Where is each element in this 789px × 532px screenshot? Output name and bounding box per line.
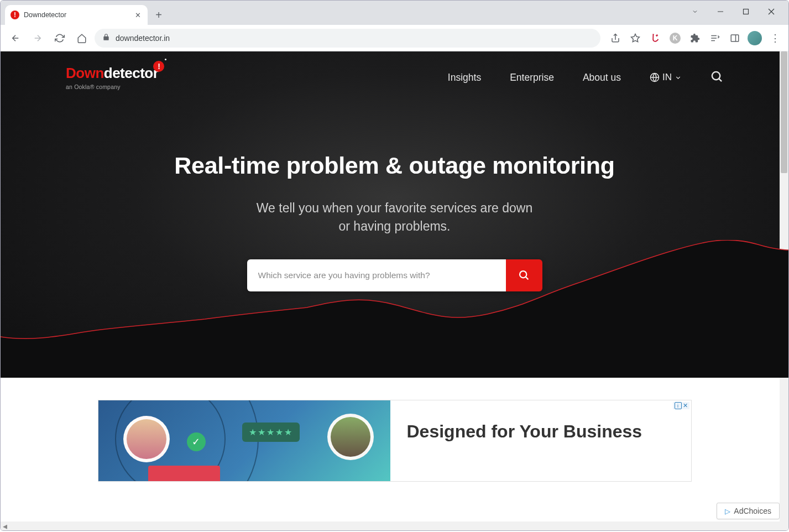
back-button[interactable]	[6, 29, 25, 48]
close-icon[interactable]: ✕	[683, 402, 688, 409]
site-nav: Downdetector ! an Ookla® company Insight…	[1, 51, 788, 91]
nav-search-button[interactable]	[710, 70, 723, 85]
minimize-button[interactable]	[708, 3, 733, 20]
forward-button	[28, 29, 47, 48]
svg-point-7	[712, 71, 720, 79]
svg-rect-1	[744, 9, 749, 14]
ad-banner[interactable]: ✓ ★★★★★ Designed for Your Business i ✕	[98, 400, 692, 482]
url-text: downdetector.in	[116, 34, 170, 43]
chevron-down-icon	[675, 74, 682, 81]
nav-link-insights[interactable]: Insights	[448, 72, 481, 84]
site-logo[interactable]: Downdetector ! an Ookla® company	[66, 65, 158, 90]
close-window-button[interactable]	[759, 3, 784, 20]
svg-rect-4	[731, 35, 739, 41]
globe-icon	[650, 72, 660, 82]
adchoices-label: AdChoices	[734, 507, 771, 515]
nav-link-enterprise[interactable]: Enterprise	[510, 72, 554, 84]
reading-list-button[interactable]	[707, 30, 723, 46]
extension-k-icon[interactable]: K	[667, 30, 683, 46]
extension-mcafee-icon[interactable]: じ	[647, 30, 663, 46]
side-panel-button[interactable]	[727, 30, 743, 46]
tab-title: Downdetector	[24, 11, 66, 19]
home-button[interactable]	[72, 29, 91, 48]
profile-avatar[interactable]	[746, 30, 763, 46]
ad-heading: Designed for Your Business	[407, 421, 675, 442]
tab-bar: ! Downdetector ✕ +	[1, 1, 788, 25]
chrome-menu-button[interactable]: ⋮	[766, 30, 783, 46]
svg-line-8	[719, 79, 722, 81]
hero-title: Real-time problem & outage monitoring	[1, 152, 788, 179]
browser-toolbar: downdetector.in じ K ⋮	[1, 25, 788, 51]
favicon-icon: !	[11, 11, 19, 19]
logo-bang-icon: !	[153, 61, 164, 72]
svg-line-10	[526, 277, 529, 280]
hero-section: Downdetector ! an Ookla® company Insight…	[1, 51, 788, 378]
ad-avatar-icon	[123, 416, 170, 462]
new-tab-button[interactable]: +	[151, 7, 166, 23]
search-submit-button[interactable]	[506, 259, 542, 291]
tabs-dropdown-button[interactable]	[682, 3, 708, 20]
search-icon	[518, 269, 530, 281]
scroll-corner	[780, 521, 788, 530]
hero-search-form	[247, 259, 542, 291]
maximize-button[interactable]	[733, 3, 759, 20]
locale-code: IN	[662, 72, 672, 83]
browser-tab[interactable]: ! Downdetector ✕	[5, 5, 148, 25]
service-search-input[interactable]	[247, 259, 506, 291]
ad-info-icon[interactable]: i	[675, 402, 682, 409]
reload-button[interactable]	[50, 29, 69, 48]
ad-close-button[interactable]: i ✕	[673, 402, 689, 409]
adchoices-icon: ▷	[725, 507, 730, 515]
logo-detector: detector	[104, 65, 159, 81]
logo-down: Down	[66, 65, 104, 81]
close-tab-button[interactable]: ✕	[133, 11, 142, 19]
share-button[interactable]	[607, 30, 624, 46]
scroll-left-icon[interactable]: ◂	[1, 521, 9, 530]
ad-container: ✓ ★★★★★ Designed for Your Business i ✕	[1, 400, 788, 482]
bookmark-button[interactable]	[627, 30, 644, 46]
ad-avatar-icon	[327, 414, 374, 460]
ad-image: ✓ ★★★★★	[98, 400, 390, 481]
checkmark-icon: ✓	[187, 432, 206, 451]
address-bar[interactable]: downdetector.in	[95, 29, 600, 48]
lock-icon	[102, 33, 110, 43]
adchoices-button[interactable]: ▷ AdChoices	[717, 503, 780, 519]
hero-subtitle: We tell you when your favorite services …	[1, 199, 788, 236]
horizontal-scrollbar[interactable]: ◂	[1, 521, 780, 530]
logo-subtitle: an Ookla® company	[66, 84, 158, 90]
nav-link-about[interactable]: About us	[583, 72, 621, 84]
ad-decoration	[148, 466, 220, 481]
locale-selector[interactable]: IN	[650, 72, 682, 83]
page-viewport: Downdetector ! an Ookla® company Insight…	[1, 51, 788, 530]
svg-point-9	[520, 271, 526, 278]
extensions-button[interactable]	[687, 30, 703, 46]
search-icon	[710, 70, 723, 83]
stars-icon: ★★★★★	[242, 423, 300, 442]
